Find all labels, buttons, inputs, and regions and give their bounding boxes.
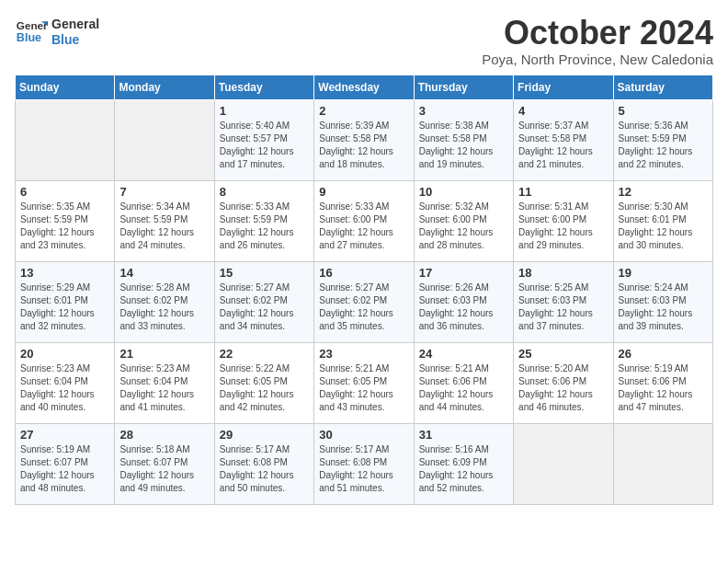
logo-line2: Blue: [51, 32, 99, 48]
cell-info: Sunrise: 5:35 AMSunset: 5:59 PMDaylight:…: [20, 201, 109, 252]
calendar-cell: 24Sunrise: 5:21 AMSunset: 6:06 PMDayligh…: [414, 342, 513, 423]
day-number: 27: [20, 428, 109, 442]
cell-info: Sunrise: 5:23 AMSunset: 6:04 PMDaylight:…: [20, 362, 109, 414]
day-number: 1: [220, 104, 309, 118]
calendar-cell: 8Sunrise: 5:33 AMSunset: 5:59 PMDaylight…: [214, 180, 313, 261]
calendar-cell: [514, 423, 613, 504]
week-row-1: 1Sunrise: 5:40 AMSunset: 5:57 PMDaylight…: [16, 99, 713, 180]
cell-info: Sunrise: 5:37 AMSunset: 5:58 PMDaylight:…: [518, 120, 608, 171]
calendar-cell: 15Sunrise: 5:27 AMSunset: 6:02 PMDayligh…: [214, 261, 313, 342]
day-number: 19: [619, 266, 708, 280]
cell-info: Sunrise: 5:30 AMSunset: 6:01 PMDaylight:…: [619, 201, 708, 252]
day-header-monday: Monday: [115, 75, 214, 99]
cell-info: Sunrise: 5:33 AMSunset: 6:00 PMDaylight:…: [319, 201, 408, 252]
day-number: 28: [119, 428, 209, 442]
calendar-cell: 13Sunrise: 5:29 AMSunset: 6:01 PMDayligh…: [16, 261, 115, 342]
cell-info: Sunrise: 5:36 AMSunset: 5:59 PMDaylight:…: [619, 120, 708, 171]
calendar-cell: 30Sunrise: 5:17 AMSunset: 6:08 PMDayligh…: [314, 423, 414, 504]
day-number: 24: [419, 347, 508, 361]
calendar-cell: 17Sunrise: 5:26 AMSunset: 6:03 PMDayligh…: [414, 261, 513, 342]
day-number: 2: [319, 104, 408, 118]
day-number: 20: [20, 347, 109, 361]
month-title: October 2024: [482, 15, 713, 52]
day-header-wednesday: Wednesday: [314, 75, 414, 99]
day-number: 6: [20, 185, 109, 199]
cell-info: Sunrise: 5:29 AMSunset: 6:01 PMDaylight:…: [20, 282, 109, 333]
day-number: 31: [419, 428, 508, 442]
cell-info: Sunrise: 5:20 AMSunset: 6:06 PMDaylight:…: [518, 362, 608, 414]
week-row-3: 13Sunrise: 5:29 AMSunset: 6:01 PMDayligh…: [16, 261, 713, 342]
cell-info: Sunrise: 5:38 AMSunset: 5:58 PMDaylight:…: [419, 120, 508, 171]
title-block: October 2024 Poya, North Province, New C…: [482, 15, 713, 67]
calendar-cell: 14Sunrise: 5:28 AMSunset: 6:02 PMDayligh…: [115, 261, 214, 342]
calendar-body: 1Sunrise: 5:40 AMSunset: 5:57 PMDaylight…: [16, 99, 713, 504]
cell-info: Sunrise: 5:31 AMSunset: 6:00 PMDaylight:…: [518, 201, 608, 252]
day-number: 5: [619, 104, 708, 118]
svg-text:Blue: Blue: [17, 31, 41, 44]
cell-info: Sunrise: 5:34 AMSunset: 5:59 PMDaylight:…: [119, 201, 209, 252]
cell-info: Sunrise: 5:19 AMSunset: 6:06 PMDaylight:…: [619, 362, 708, 414]
day-number: 26: [619, 347, 708, 361]
cell-info: Sunrise: 5:19 AMSunset: 6:07 PMDaylight:…: [20, 443, 109, 495]
day-number: 25: [518, 347, 608, 361]
cell-info: Sunrise: 5:24 AMSunset: 6:03 PMDaylight:…: [619, 282, 708, 333]
cell-info: Sunrise: 5:17 AMSunset: 6:08 PMDaylight:…: [220, 443, 309, 495]
day-header-saturday: Saturday: [613, 75, 712, 99]
logo: General Blue General Blue: [15, 15, 99, 48]
day-number: 30: [319, 428, 408, 442]
calendar-cell: 10Sunrise: 5:32 AMSunset: 6:00 PMDayligh…: [414, 180, 513, 261]
logo-line1: General: [51, 17, 99, 32]
day-number: 22: [220, 347, 309, 361]
calendar-cell: 27Sunrise: 5:19 AMSunset: 6:07 PMDayligh…: [16, 423, 115, 504]
calendar-header-row: SundayMondayTuesdayWednesdayThursdayFrid…: [16, 75, 713, 99]
cell-info: Sunrise: 5:21 AMSunset: 6:06 PMDaylight:…: [419, 362, 508, 414]
cell-info: Sunrise: 5:17 AMSunset: 6:08 PMDaylight:…: [319, 443, 408, 495]
calendar-cell: 25Sunrise: 5:20 AMSunset: 6:06 PMDayligh…: [514, 342, 613, 423]
calendar-cell: 16Sunrise: 5:27 AMSunset: 6:02 PMDayligh…: [314, 261, 414, 342]
calendar-cell: 1Sunrise: 5:40 AMSunset: 5:57 PMDaylight…: [214, 99, 313, 180]
day-number: 21: [119, 347, 209, 361]
day-number: 3: [419, 104, 508, 118]
day-number: 29: [220, 428, 309, 442]
svg-text:General: General: [17, 19, 48, 31]
calendar-cell: 18Sunrise: 5:25 AMSunset: 6:03 PMDayligh…: [514, 261, 613, 342]
calendar-cell: 28Sunrise: 5:18 AMSunset: 6:07 PMDayligh…: [115, 423, 214, 504]
cell-info: Sunrise: 5:21 AMSunset: 6:05 PMDaylight:…: [319, 362, 408, 414]
day-header-friday: Friday: [514, 75, 613, 99]
cell-info: Sunrise: 5:22 AMSunset: 6:05 PMDaylight:…: [220, 362, 309, 414]
calendar-cell: [16, 99, 115, 180]
calendar-cell: 23Sunrise: 5:21 AMSunset: 6:05 PMDayligh…: [314, 342, 414, 423]
calendar-cell: [115, 99, 214, 180]
cell-info: Sunrise: 5:23 AMSunset: 6:04 PMDaylight:…: [119, 362, 209, 414]
logo-icon: General Blue: [15, 15, 48, 48]
calendar-cell: 31Sunrise: 5:16 AMSunset: 6:09 PMDayligh…: [414, 423, 513, 504]
cell-info: Sunrise: 5:39 AMSunset: 5:58 PMDaylight:…: [319, 120, 408, 171]
cell-info: Sunrise: 5:27 AMSunset: 6:02 PMDaylight:…: [319, 282, 408, 333]
day-number: 10: [419, 185, 508, 199]
location-subtitle: Poya, North Province, New Caledonia: [482, 52, 713, 67]
day-number: 8: [220, 185, 309, 199]
day-number: 14: [119, 266, 209, 280]
calendar-table: SundayMondayTuesdayWednesdayThursdayFrid…: [15, 75, 713, 505]
calendar-cell: 12Sunrise: 5:30 AMSunset: 6:01 PMDayligh…: [613, 180, 712, 261]
calendar-cell: 7Sunrise: 5:34 AMSunset: 5:59 PMDaylight…: [115, 180, 214, 261]
cell-info: Sunrise: 5:40 AMSunset: 5:57 PMDaylight:…: [220, 120, 309, 171]
day-number: 17: [419, 266, 508, 280]
calendar-cell: 21Sunrise: 5:23 AMSunset: 6:04 PMDayligh…: [115, 342, 214, 423]
calendar-cell: 11Sunrise: 5:31 AMSunset: 6:00 PMDayligh…: [514, 180, 613, 261]
cell-info: Sunrise: 5:28 AMSunset: 6:02 PMDaylight:…: [119, 282, 209, 333]
day-number: 18: [518, 266, 608, 280]
calendar-cell: 9Sunrise: 5:33 AMSunset: 6:00 PMDaylight…: [314, 180, 414, 261]
cell-info: Sunrise: 5:33 AMSunset: 5:59 PMDaylight:…: [220, 201, 309, 252]
week-row-5: 27Sunrise: 5:19 AMSunset: 6:07 PMDayligh…: [16, 423, 713, 504]
day-header-sunday: Sunday: [16, 75, 115, 99]
cell-info: Sunrise: 5:27 AMSunset: 6:02 PMDaylight:…: [220, 282, 309, 333]
calendar-cell: 19Sunrise: 5:24 AMSunset: 6:03 PMDayligh…: [613, 261, 712, 342]
day-number: 13: [20, 266, 109, 280]
calendar-cell: 20Sunrise: 5:23 AMSunset: 6:04 PMDayligh…: [16, 342, 115, 423]
calendar-cell: 2Sunrise: 5:39 AMSunset: 5:58 PMDaylight…: [314, 99, 414, 180]
calendar-cell: 4Sunrise: 5:37 AMSunset: 5:58 PMDaylight…: [514, 99, 613, 180]
day-number: 9: [319, 185, 408, 199]
week-row-4: 20Sunrise: 5:23 AMSunset: 6:04 PMDayligh…: [16, 342, 713, 423]
page-header: General Blue General Blue October 2024 P…: [15, 15, 713, 67]
